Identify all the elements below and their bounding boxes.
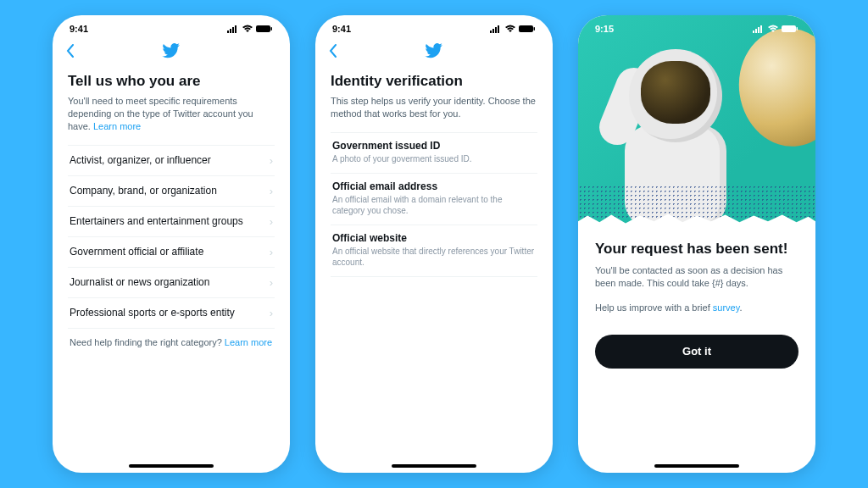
- svg-rect-3: [235, 25, 236, 33]
- home-indicator[interactable]: [392, 464, 476, 468]
- chevron-right-icon: ›: [270, 185, 273, 197]
- signal-icon: [490, 25, 502, 33]
- twitter-logo-icon: [162, 43, 181, 62]
- category-label: Activist, organizer, or influencer: [70, 154, 211, 166]
- balloon-graphic: [732, 21, 815, 152]
- survey-text-post: .: [739, 302, 742, 313]
- chevron-left-icon: [329, 44, 337, 58]
- category-item-journalist[interactable]: Journalist or news organization›: [68, 267, 275, 297]
- content-area: Your request has been sent! You'll be co…: [578, 227, 815, 369]
- chevron-right-icon: ›: [270, 276, 273, 289]
- learn-more-link[interactable]: Learn more: [93, 121, 141, 131]
- svg-rect-9: [498, 25, 499, 33]
- page-title: Tell us who you are: [68, 73, 275, 90]
- svg-rect-15: [760, 25, 762, 33]
- page-title: Identity verification: [331, 73, 537, 90]
- phone-screen-verification: 9:41 Identity verification This step hel…: [315, 15, 553, 473]
- status-time: 9:41: [332, 24, 351, 34]
- category-label: Journalist or news organization: [70, 276, 209, 288]
- method-item-official-website[interactable]: Official website An official website tha…: [331, 225, 537, 277]
- svg-rect-14: [758, 27, 760, 33]
- method-title: Official website: [332, 232, 536, 244]
- category-item-sports[interactable]: Professional sports or e-sports entity›: [68, 297, 275, 329]
- halftone-pattern: [578, 185, 815, 219]
- svg-rect-7: [492, 29, 494, 33]
- survey-prompt: Help us improve with a brief survey.: [595, 302, 798, 313]
- svg-rect-4: [256, 25, 270, 32]
- svg-rect-5: [271, 27, 273, 30]
- status-icons: [753, 25, 798, 33]
- wifi-icon: [504, 25, 516, 33]
- status-time: 9:15: [595, 24, 614, 34]
- status-time: 9:41: [70, 24, 88, 34]
- svg-rect-2: [232, 27, 234, 33]
- svg-rect-1: [230, 29, 231, 33]
- survey-link[interactable]: survey: [713, 302, 740, 313]
- page-description: This step helps us verify your identity.…: [331, 95, 537, 120]
- method-item-official-email[interactable]: Official email address An official email…: [331, 173, 537, 225]
- svg-rect-0: [227, 30, 229, 33]
- battery-icon: [519, 25, 536, 33]
- phone-screen-categories: 9:41 Tell us who you are You'll need to …: [53, 15, 290, 473]
- svg-rect-6: [490, 30, 492, 33]
- battery-icon: [256, 25, 273, 33]
- content-area: Tell us who you are You'll need to meet …: [53, 68, 290, 473]
- category-item-company[interactable]: Company, brand, or organization›: [68, 175, 275, 206]
- survey-text: Help us improve with a brief: [595, 302, 713, 313]
- method-title: Official email address: [332, 180, 536, 192]
- twitter-logo-icon: [425, 43, 443, 62]
- method-item-government-id[interactable]: Government issued ID A photo of your gov…: [331, 132, 537, 173]
- wifi-icon: [767, 25, 779, 33]
- category-item-activist[interactable]: Activist, organizer, or influencer›: [68, 145, 275, 175]
- svg-rect-13: [755, 29, 757, 33]
- category-list: Activist, organizer, or influencer› Comp…: [68, 145, 275, 329]
- svg-rect-10: [519, 25, 533, 32]
- help-footer: Need help finding the right category? Le…: [68, 329, 275, 356]
- category-label: Entertainers and entertainment groups: [70, 215, 243, 227]
- chevron-right-icon: ›: [270, 215, 273, 228]
- nav-bar: [53, 37, 290, 68]
- signal-icon: [753, 25, 765, 33]
- method-subtitle: An official email with a domain relevant…: [332, 194, 536, 216]
- status-icons: [227, 25, 273, 33]
- svg-rect-16: [782, 25, 796, 32]
- category-label: Company, brand, or organization: [70, 185, 217, 197]
- home-indicator[interactable]: [654, 464, 739, 468]
- got-it-button[interactable]: Got it: [595, 335, 798, 369]
- status-icons: [490, 25, 536, 33]
- svg-rect-17: [797, 27, 798, 30]
- status-bar: 9:41: [53, 15, 290, 37]
- home-indicator[interactable]: [129, 464, 214, 468]
- category-label: Government official or affiliate: [70, 246, 203, 258]
- chevron-right-icon: ›: [270, 246, 273, 258]
- svg-rect-8: [495, 27, 497, 33]
- wifi-icon: [242, 25, 253, 33]
- status-bar: 9:15: [578, 15, 815, 37]
- hero-image: 9:15: [578, 15, 815, 227]
- svg-rect-12: [753, 30, 754, 33]
- svg-rect-11: [534, 27, 536, 30]
- method-subtitle: A photo of your goverment issued ID.: [332, 153, 536, 164]
- status-bar: 9:41: [315, 15, 553, 37]
- help-learn-more-link[interactable]: Learn more: [225, 337, 272, 347]
- category-item-entertainers[interactable]: Entertainers and entertainment groups›: [68, 206, 275, 236]
- back-button[interactable]: [66, 44, 75, 62]
- method-list: Government issued ID A photo of your gov…: [331, 132, 537, 277]
- category-label: Professional sports or e-sports entity: [70, 307, 235, 319]
- phone-screen-confirmation: 9:15 Your request has been sent! You'll …: [578, 15, 815, 473]
- method-title: Government issued ID: [332, 140, 536, 152]
- help-text: Need help finding the right category?: [70, 337, 225, 347]
- chevron-right-icon: ›: [270, 154, 273, 167]
- category-item-government[interactable]: Government official or affiliate›: [68, 236, 275, 267]
- method-subtitle: An official website that directly refere…: [332, 246, 536, 268]
- signal-icon: [227, 25, 239, 33]
- chevron-right-icon: ›: [270, 307, 273, 319]
- nav-bar: [315, 37, 553, 68]
- confirmation-description: You'll be contacted as soon as a decisio…: [595, 264, 798, 291]
- battery-icon: [782, 25, 798, 33]
- chevron-left-icon: [66, 44, 75, 58]
- confirmation-title: Your request has been sent!: [595, 241, 798, 258]
- back-button[interactable]: [329, 44, 337, 62]
- page-description: You'll need to meet specific requirement…: [68, 95, 275, 133]
- content-area: Identity verification This step helps us…: [315, 68, 553, 473]
